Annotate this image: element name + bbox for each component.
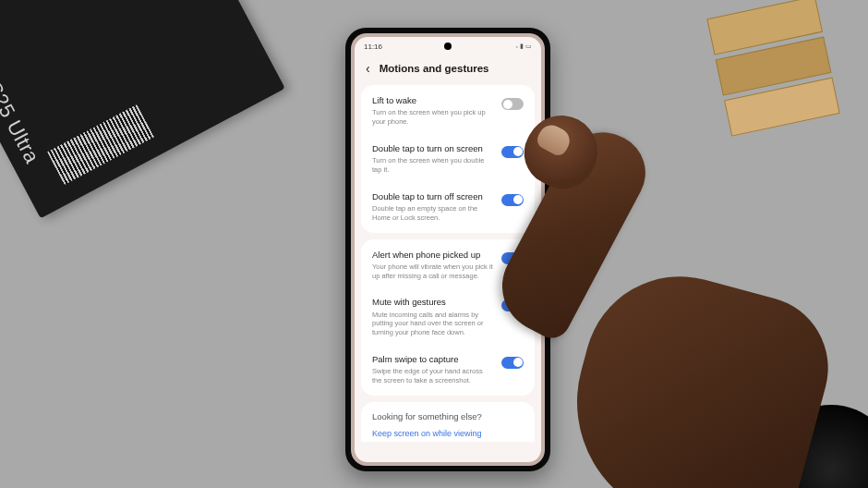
setting-subtitle: Turn on the screen when you pick up your… [372, 108, 494, 127]
page-title: Motions and gestures [380, 63, 489, 74]
header: ‹ Motions and gestures [355, 55, 541, 85]
setting-double-tap-on[interactable]: Double tap to turn on screen Turn on the… [361, 135, 535, 183]
setting-title: Double tap to turn off screen [372, 191, 494, 202]
toggle-lift-to-wake[interactable] [501, 98, 524, 110]
setting-subtitle: Turn on the screen when you double tap i… [372, 156, 494, 175]
footer-prompt: Looking for something else? [372, 411, 524, 421]
setting-title: Mute with gestures [372, 297, 494, 308]
footer-link[interactable]: Keep screen on while viewing [372, 429, 524, 438]
battery-icon: ▭ [525, 43, 532, 50]
setting-mute-gestures[interactable]: Mute with gestures Mute incoming calls a… [361, 288, 535, 346]
settings-group-2: Alert when phone picked up Your phone wi… [361, 239, 535, 396]
setting-title: Lift to wake [372, 95, 494, 106]
setting-palm-swipe[interactable]: Palm swipe to capture Swipe the edge of … [361, 346, 535, 394]
footer-card: Looking for something else? Keep screen … [361, 402, 535, 442]
setting-title: Alert when phone picked up [372, 250, 494, 261]
toggle-alert-pickup[interactable] [501, 252, 524, 264]
toggle-mute-gestures[interactable] [501, 299, 524, 311]
phone: 11:16 ◦ ▮ ▭ ‹ Motions and gestures Lift … [345, 28, 550, 471]
wooden-object [705, 0, 868, 173]
toggle-double-tap-off[interactable] [501, 194, 524, 206]
camera-notch [444, 43, 452, 50]
wifi-icon: ◦ [516, 43, 518, 50]
setting-alert-pickup[interactable]: Alert when phone picked up Your phone wi… [361, 241, 535, 289]
barcode [47, 104, 154, 185]
setting-subtitle: Double tap an empty space on the Home or… [372, 204, 494, 223]
back-icon[interactable]: ‹ [366, 61, 370, 76]
setting-subtitle: Mute incoming calls and alarms by puttin… [372, 311, 494, 337]
toggle-palm-swipe[interactable] [501, 357, 524, 369]
signal-icon: ▮ [520, 43, 524, 50]
toggle-double-tap-on[interactable] [501, 146, 524, 158]
phone-screen: 11:16 ◦ ▮ ▭ ‹ Motions and gestures Lift … [355, 37, 541, 462]
status-time: 11:16 [364, 43, 382, 51]
setting-title: Double tap to turn on screen [372, 143, 494, 154]
setting-title: Palm swipe to capture [372, 354, 494, 365]
setting-subtitle: Your phone will vibrate when you pick it… [372, 262, 494, 281]
product-box-label: Galaxy S25 Ultra [0, 14, 44, 167]
status-icons: ◦ ▮ ▭ [516, 43, 532, 50]
setting-subtitle: Swipe the edge of your hand across the s… [372, 367, 494, 385]
setting-lift-to-wake[interactable]: Lift to wake Turn on the screen when you… [361, 87, 535, 135]
setting-double-tap-off[interactable]: Double tap to turn off screen Double tap… [361, 183, 535, 231]
product-box: Galaxy S25 Ultra [0, 0, 285, 218]
dark-round-object [766, 405, 868, 488]
settings-group-1: Lift to wake Turn on the screen when you… [361, 85, 535, 233]
